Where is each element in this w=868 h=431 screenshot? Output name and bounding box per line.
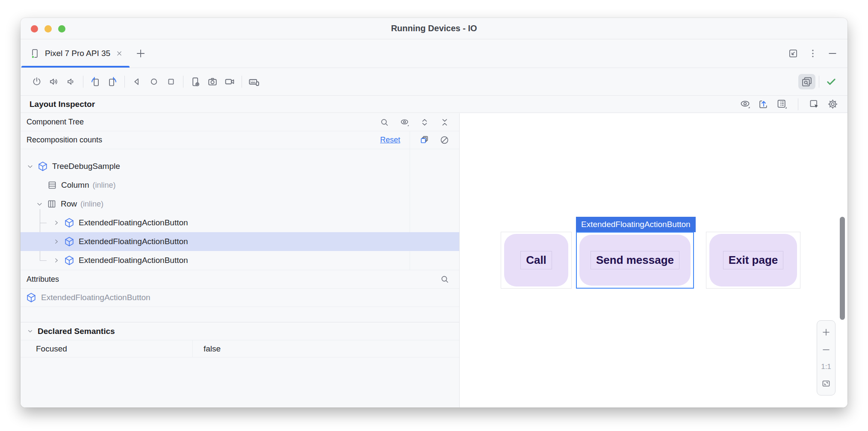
zoom-ratio-button[interactable]: 1:1 bbox=[821, 363, 831, 371]
hardware-input-button[interactable] bbox=[245, 74, 263, 89]
tab-bar-actions bbox=[788, 48, 847, 59]
zoom-controls: 1:1 bbox=[817, 320, 836, 396]
toolbar-separator bbox=[242, 76, 242, 88]
attribute-row-focused: Focused false bbox=[21, 340, 459, 357]
compose-node-icon bbox=[26, 292, 37, 303]
search-icon[interactable] bbox=[379, 117, 390, 127]
tree-node-treedebugsample[interactable]: TreeDebugSample bbox=[21, 157, 459, 176]
device-settings-button[interactable] bbox=[187, 74, 204, 89]
tab-pixel-7-pro[interactable]: Pixel 7 Pro API 35 bbox=[21, 39, 130, 68]
expand-all-icon[interactable] bbox=[419, 117, 430, 127]
screenshot-button[interactable] bbox=[204, 74, 221, 89]
close-tab-icon[interactable] bbox=[115, 49, 124, 58]
toolbar-right-actions bbox=[798, 74, 840, 89]
phone-online-icon bbox=[29, 48, 40, 59]
chevron-right-icon[interactable] bbox=[52, 238, 61, 245]
embed-window-icon[interactable] bbox=[788, 48, 799, 59]
call-button[interactable]: Call bbox=[504, 234, 568, 286]
android-overview-button[interactable] bbox=[162, 74, 180, 89]
tree-node-column[interactable]: Column (inline) bbox=[21, 176, 459, 195]
screen-record-button[interactable] bbox=[221, 74, 238, 89]
row-layout-icon bbox=[47, 199, 57, 209]
overview-square-icon bbox=[165, 76, 177, 87]
declared-semantics-header[interactable]: Declared Semantics bbox=[21, 322, 459, 340]
compose-node-icon bbox=[64, 217, 75, 228]
disable-recomposition-icon[interactable] bbox=[439, 135, 450, 145]
exit-page-button[interactable]: Exit page bbox=[709, 234, 797, 286]
tree-node-row[interactable]: Row (inline) bbox=[21, 195, 459, 213]
device-toolbar bbox=[21, 68, 847, 96]
chevron-down-icon[interactable] bbox=[26, 162, 34, 171]
more-vertical-icon[interactable] bbox=[807, 48, 818, 59]
main-content: Component Tree Recomposition counts bbox=[21, 113, 847, 407]
volume-down-icon bbox=[65, 76, 77, 87]
export-snapshot-icon[interactable] bbox=[758, 98, 769, 110]
layout-inspector-header: Layout Inspector bbox=[21, 96, 847, 113]
android-back-button[interactable] bbox=[128, 74, 145, 89]
tab-label: Pixel 7 Pro API 35 bbox=[45, 49, 110, 58]
tree-node-label: Row bbox=[61, 199, 77, 209]
rotate-right-button[interactable] bbox=[104, 74, 121, 89]
attribute-name: Focused bbox=[21, 344, 192, 354]
new-tab-button[interactable] bbox=[135, 47, 147, 59]
compose-node-icon bbox=[64, 236, 75, 247]
rotate-left-button[interactable] bbox=[87, 74, 104, 89]
call-button-label: Call bbox=[520, 251, 552, 269]
rotate-right-icon bbox=[106, 76, 118, 88]
component-tree: TreeDebugSample Column (inline) Ro bbox=[21, 149, 459, 270]
check-icon bbox=[825, 76, 837, 88]
fullscreen-window-button[interactable] bbox=[58, 25, 65, 32]
tree-node-label: ExtendedFloatingActionButton bbox=[79, 256, 188, 265]
android-home-button[interactable] bbox=[145, 74, 162, 89]
attributes-header: Attributes bbox=[21, 270, 459, 288]
traffic-lights bbox=[31, 25, 65, 32]
visibility-icon[interactable] bbox=[739, 98, 751, 110]
pick-element-icon[interactable] bbox=[809, 98, 820, 110]
tree-node-label: ExtendedFloatingActionButton bbox=[79, 237, 188, 246]
compose-node-icon bbox=[64, 255, 75, 266]
toolbar-separator bbox=[183, 76, 183, 88]
search-icon[interactable] bbox=[440, 274, 450, 284]
collapse-all-icon[interactable] bbox=[440, 117, 450, 127]
component-tree-header: Component Tree bbox=[21, 113, 459, 131]
column-layout-icon bbox=[47, 180, 57, 190]
exit-page-button-label: Exit page bbox=[723, 251, 784, 269]
close-window-button[interactable] bbox=[31, 25, 38, 32]
fit-to-window-button[interactable] bbox=[821, 378, 831, 389]
layout-inspector-toolbar bbox=[739, 98, 838, 110]
vertical-scrollbar[interactable] bbox=[840, 217, 845, 320]
mirror-view-toggle-button[interactable] bbox=[798, 74, 815, 89]
chevron-right-icon[interactable] bbox=[52, 219, 61, 227]
visibility-icon[interactable] bbox=[399, 117, 410, 127]
tree-node-label: ExtendedFloatingActionButton bbox=[79, 218, 188, 227]
panel-layout-icon[interactable] bbox=[776, 98, 788, 110]
attribute-column-divider bbox=[192, 340, 193, 357]
tree-node-extendedfab-1[interactable]: ExtendedFloatingActionButton bbox=[21, 213, 459, 232]
minimize-icon[interactable] bbox=[827, 48, 838, 59]
toolbar-separator bbox=[798, 98, 798, 110]
chevron-down-icon[interactable] bbox=[35, 200, 44, 208]
volume-up-button[interactable] bbox=[45, 74, 62, 89]
reset-recomposition-link[interactable]: Reset bbox=[380, 136, 400, 145]
chevron-down-icon[interactable] bbox=[27, 328, 34, 335]
highlight-recomposition-icon[interactable] bbox=[419, 135, 430, 145]
tree-node-extendedfab-3[interactable]: ExtendedFloatingActionButton bbox=[21, 251, 459, 270]
volume-down-button[interactable] bbox=[62, 74, 80, 89]
rotate-left-icon bbox=[89, 76, 101, 88]
attributes-title: Attributes bbox=[27, 275, 59, 284]
done-button[interactable] bbox=[823, 74, 840, 89]
desktop: Running Devices - IO Pixel 7 Pro API 35 bbox=[0, 0, 868, 431]
tree-node-extendedfab-2-selected[interactable]: ExtendedFloatingActionButton bbox=[21, 232, 459, 251]
declared-semantics-title: Declared Semantics bbox=[38, 327, 115, 336]
zoom-in-button[interactable] bbox=[821, 327, 831, 337]
minimize-window-button[interactable] bbox=[44, 25, 52, 32]
video-camera-icon bbox=[224, 76, 236, 88]
camera-icon bbox=[207, 76, 218, 88]
chevron-right-icon[interactable] bbox=[52, 257, 61, 264]
send-message-button[interactable]: Send message bbox=[579, 235, 691, 286]
recomposition-counts-row: Recomposition counts Reset bbox=[21, 131, 459, 149]
back-triangle-icon bbox=[131, 76, 142, 87]
power-button[interactable] bbox=[28, 74, 45, 89]
zoom-out-button[interactable] bbox=[821, 345, 831, 355]
settings-gear-icon[interactable] bbox=[827, 98, 838, 110]
